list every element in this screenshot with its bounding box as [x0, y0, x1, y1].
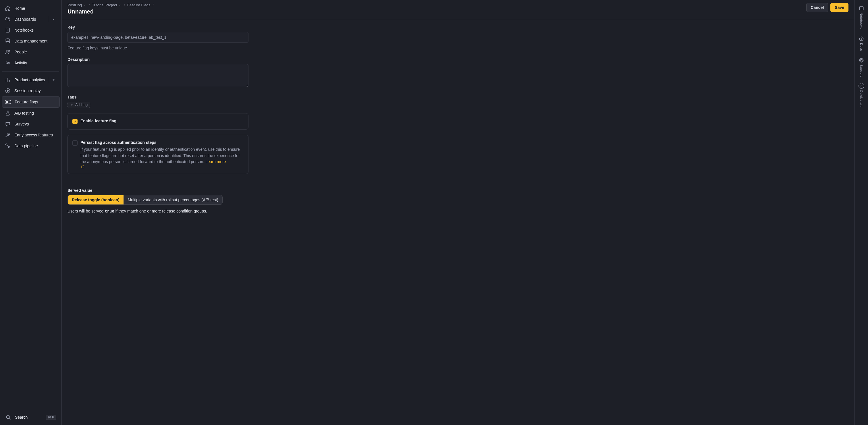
persist-flag-help: If your feature flag is applied prior to…: [81, 146, 244, 169]
rail-label: Notebooks: [860, 13, 863, 29]
chevron-down-icon: [118, 3, 122, 7]
rocket-icon: [5, 132, 11, 138]
rail-label: Docs: [860, 43, 863, 51]
home-icon: [5, 5, 11, 11]
nav-ab-testing[interactable]: A/B testing: [2, 108, 60, 119]
breadcrumb-sep: /: [124, 3, 125, 7]
svg-rect-0: [6, 28, 9, 32]
nav-label: Early access features: [14, 133, 53, 137]
breadcrumb-sep: /: [153, 3, 154, 7]
nav-label: Product analytics: [14, 77, 45, 82]
database-icon: [5, 38, 11, 44]
served-value-label: Served value: [67, 188, 429, 193]
nav-home[interactable]: Home: [2, 3, 60, 14]
breadcrumb-label: Feature Flags: [127, 3, 150, 7]
nav-activity[interactable]: Activity: [2, 58, 60, 68]
svg-point-3: [8, 50, 10, 52]
main: PostHog / Tutorial Project / Feature Fla…: [62, 0, 854, 425]
chat-icon: [5, 121, 11, 127]
nav-feature-flags[interactable]: Feature flags: [2, 96, 60, 108]
persist-flag-checkbox[interactable]: [72, 140, 78, 145]
notebook-panel-icon: [858, 5, 865, 11]
served-help-text: Users will be served true if they match …: [67, 209, 429, 214]
people-icon: [5, 49, 11, 55]
header: PostHog / Tutorial Project / Feature Fla…: [62, 0, 854, 19]
info-icon: [858, 36, 865, 42]
key-label: Key: [67, 25, 429, 30]
search-label: Search: [15, 415, 28, 420]
tags-label: Tags: [67, 95, 429, 99]
nav-product-analytics[interactable]: Product analytics: [2, 74, 60, 85]
right-rail: Notebooks Docs Support 2 Quick start: [854, 0, 868, 425]
description-label: Description: [67, 57, 429, 62]
nav-surveys[interactable]: Surveys: [2, 119, 60, 130]
search-button[interactable]: Search ⌘ K: [2, 412, 59, 423]
nav-early-access[interactable]: Early access features: [2, 130, 60, 140]
served-option-multivariate[interactable]: Multiple variants with rollout percentag…: [124, 195, 222, 204]
nav-label: Feature flags: [14, 100, 38, 104]
nav-data-management[interactable]: Data management: [2, 36, 60, 46]
rail-label: Quick start: [860, 90, 863, 106]
nav-label: People: [14, 50, 27, 54]
nav-label: A/B testing: [14, 111, 34, 116]
served-help-pre: Users will be served: [67, 209, 104, 214]
served-option-boolean[interactable]: Release toggle (boolean): [68, 195, 124, 204]
svg-point-7: [6, 101, 8, 103]
chevron-down-icon: [83, 3, 87, 7]
nav-dashboards[interactable]: Dashboards: [2, 14, 60, 25]
breadcrumb-label: PostHog: [67, 3, 82, 7]
rail-quick-start[interactable]: 2 Quick start: [855, 81, 868, 110]
sidebar: Home Dashboards Notebooks: [0, 0, 62, 425]
breadcrumb-posthog[interactable]: PostHog: [67, 3, 87, 7]
breadcrumb-project[interactable]: Tutorial Project: [92, 3, 122, 7]
rail-support[interactable]: Support: [855, 55, 868, 81]
svg-rect-12: [859, 7, 863, 10]
breadcrumb-feature-flags[interactable]: Feature Flags: [127, 3, 150, 7]
learn-more-label: Learn more: [205, 159, 226, 164]
new-insight-button[interactable]: [51, 77, 57, 83]
nav-data-pipeline[interactable]: Data pipeline: [2, 140, 60, 151]
nav-label: Data pipeline: [14, 143, 38, 148]
add-tag-button[interactable]: Add tag: [67, 102, 90, 108]
nav-label: Surveys: [14, 122, 29, 126]
nav-people[interactable]: People: [2, 46, 60, 58]
search-shortcut: ⌘ K: [46, 415, 56, 420]
replay-icon: [5, 88, 11, 94]
save-button[interactable]: Save: [830, 3, 848, 12]
enable-flag-checkbox[interactable]: [72, 119, 78, 124]
nav-label: Activity: [14, 61, 27, 65]
notebook-icon: [5, 27, 11, 33]
breadcrumb-sep: /: [89, 3, 90, 7]
rail-notebooks[interactable]: Notebooks: [855, 3, 868, 33]
external-link-icon: [81, 165, 85, 169]
rail-label: Support: [860, 65, 863, 77]
persist-flag-card: Persist flag across authentication steps…: [67, 135, 248, 174]
description-input[interactable]: [67, 64, 248, 87]
cancel-button[interactable]: Cancel: [806, 3, 828, 12]
served-help-code: true: [104, 209, 114, 214]
gauge-icon: [5, 16, 11, 23]
enable-flag-label: Enable feature flag: [81, 119, 116, 123]
page-title: Unnamed: [67, 8, 806, 15]
activity-icon: [5, 60, 11, 66]
search-icon: [5, 414, 11, 420]
divider: [2, 71, 59, 71]
nav-session-replay[interactable]: Session replay: [2, 85, 60, 96]
nav-label: Notebooks: [14, 28, 34, 32]
key-input[interactable]: [67, 32, 248, 43]
quick-start-count-badge: 2: [859, 83, 864, 89]
divider: [48, 17, 48, 22]
nav-label: Data management: [14, 39, 48, 43]
dashboards-expand-button[interactable]: [51, 16, 57, 23]
check-icon: [73, 120, 77, 123]
pipeline-icon: [5, 143, 11, 149]
breadcrumb-label: Tutorial Project: [92, 3, 117, 7]
served-help-post: if they match one or more release condit…: [114, 209, 207, 214]
breadcrumb: PostHog / Tutorial Project / Feature Fla…: [67, 3, 806, 7]
plus-icon: [70, 103, 73, 106]
rail-docs[interactable]: Docs: [855, 33, 868, 55]
nav-label: Session replay: [14, 89, 41, 93]
add-tag-label: Add tag: [75, 103, 88, 107]
enable-flag-card: Enable feature flag: [67, 113, 248, 130]
nav-notebooks[interactable]: Notebooks: [2, 25, 60, 36]
